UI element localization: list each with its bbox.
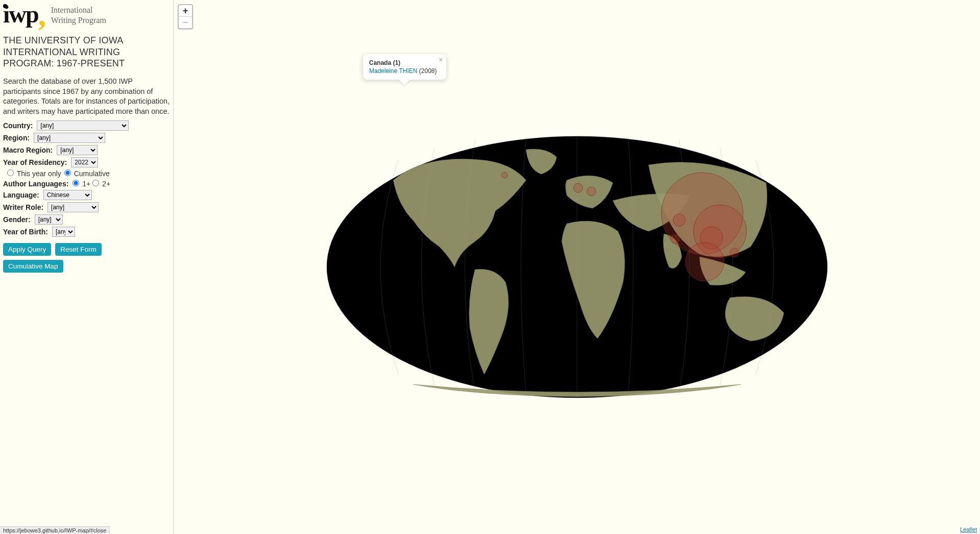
- reset-form-button[interactable]: Reset Form: [55, 243, 102, 256]
- map-bubble[interactable]: [673, 214, 685, 226]
- year-mode-cumulative[interactable]: Cumulative: [64, 169, 110, 178]
- world-map[interactable]: [322, 134, 832, 400]
- popup-close-button[interactable]: ×: [439, 56, 443, 63]
- year-residency-label: Year of Residency:: [3, 158, 67, 166]
- author-languages-2plus[interactable]: 2+: [92, 180, 110, 188]
- map-bubble[interactable]: [685, 242, 724, 281]
- author-languages-1plus[interactable]: 1+: [73, 180, 90, 188]
- writer-role-label: Writer Role:: [3, 203, 43, 211]
- year-birth-select[interactable]: [any]: [52, 227, 75, 237]
- language-select[interactable]: Chinese: [43, 190, 92, 200]
- zoom-in-button[interactable]: +: [179, 5, 192, 17]
- language-label: Language:: [3, 191, 39, 199]
- popup-writer-link[interactable]: Madeleine THIEN: [369, 67, 418, 75]
- popup-title: Canada (1): [369, 59, 437, 66]
- year-birth-label: Year of Birth:: [3, 228, 48, 236]
- map-bubble[interactable]: [587, 187, 596, 196]
- region-select[interactable]: [any]: [34, 133, 105, 143]
- map-attribution[interactable]: Leaflet: [958, 526, 979, 533]
- gender-label: Gender:: [3, 215, 31, 224]
- macro-region-label: Macro Region:: [3, 146, 53, 154]
- country-select[interactable]: [any]: [37, 120, 129, 131]
- popup-writer-year: (2008): [419, 67, 437, 75]
- status-bar-url: https://jebowe3.github.io/IWP-map/#close: [0, 526, 110, 534]
- map-bubble[interactable]: [501, 172, 508, 178]
- intro-text: Search the database of over 1,500 IWP pa…: [3, 77, 170, 116]
- region-label: Region:: [3, 134, 30, 142]
- sidebar: iwp , International Writing Program THE …: [0, 0, 174, 534]
- logo: iwp , International Writing Program: [3, 2, 170, 27]
- map-area[interactable]: + −: [174, 0, 980, 534]
- year-residency-select[interactable]: 2022: [71, 157, 98, 167]
- year-mode-this-year[interactable]: This year only: [7, 169, 61, 178]
- apply-query-button[interactable]: Apply Query: [3, 243, 51, 256]
- author-languages-label: Author Languages:: [3, 180, 68, 188]
- logo-text: iwp: [3, 1, 38, 28]
- page-title: THE UNIVERSITY OF IOWA INTERNATIONAL WRI…: [3, 35, 170, 69]
- map-bubble[interactable]: [671, 234, 680, 244]
- country-label: Country:: [3, 122, 33, 130]
- map-bubble[interactable]: [573, 183, 583, 192]
- logo-subtitle: International Writing Program: [51, 5, 106, 26]
- writer-role-select[interactable]: [any]: [47, 202, 99, 212]
- macro-region-select[interactable]: [any]: [57, 145, 98, 155]
- gender-select[interactable]: [any]: [35, 214, 63, 225]
- map-bubble[interactable]: [730, 248, 739, 257]
- logo-comma-icon: ,: [38, 6, 46, 25]
- zoom-controls: + −: [178, 4, 193, 29]
- zoom-out-button[interactable]: −: [179, 17, 192, 28]
- cumulative-map-button[interactable]: Cumulative Map: [3, 260, 63, 273]
- map-popup: × Canada (1) Madeleine THIEN (2008): [363, 54, 446, 80]
